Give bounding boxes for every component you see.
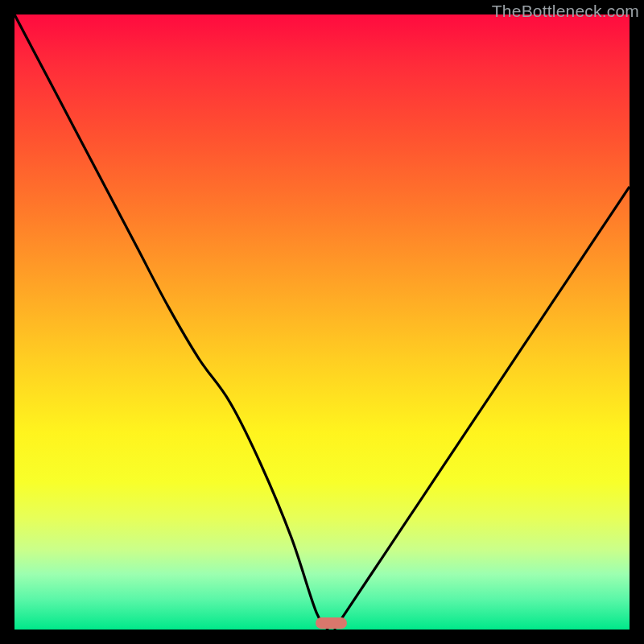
bottleneck-curve (14, 14, 630, 630)
chart-frame: TheBottleneck.com (0, 0, 644, 644)
plot-area (14, 14, 630, 630)
watermark-text: TheBottleneck.com (492, 2, 639, 21)
curve-left-branch (14, 14, 328, 630)
optimal-point-marker (316, 617, 346, 629)
curve-right-branch (334, 187, 630, 630)
